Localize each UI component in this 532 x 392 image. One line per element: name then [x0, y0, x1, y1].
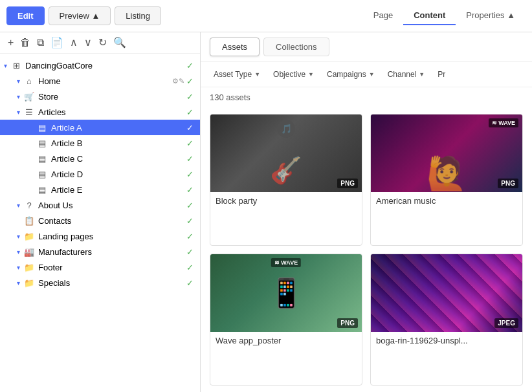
arrow-up-icon[interactable]: ∧: [70, 38, 78, 48]
article-c-icon: ▤: [36, 153, 48, 164]
root-status: ✓: [184, 60, 195, 71]
footer-icon: 📁: [23, 261, 35, 273]
expand-home[interactable]: ▾: [13, 76, 23, 86]
expand-footer[interactable]: ▾: [13, 262, 23, 272]
expand-about-us[interactable]: ▾: [13, 200, 23, 210]
specials-icon: 📁: [23, 277, 35, 289]
asset-card-block-party[interactable]: 🎵 🎸 PNG Block party: [210, 114, 362, 246]
tree-item-about-us[interactable]: ▾ ? About Us ✓: [0, 197, 200, 213]
article-b-status: ✓: [184, 138, 195, 148]
refresh-icon[interactable]: ↻: [98, 38, 107, 48]
asset-count: 130 assets: [201, 87, 532, 107]
asset-card-american-music[interactable]: 🙋 ≋ WAVE PNG American music: [370, 114, 523, 246]
home-icon: ⌂: [23, 75, 35, 87]
filter-channel-label: Channel: [388, 70, 417, 79]
asset-name-boga-rin: boga-rin-119629-unspl...: [371, 332, 522, 349]
article-a-label: Article A: [51, 123, 184, 133]
expand-specials[interactable]: ▾: [13, 278, 23, 288]
filter-pr[interactable]: Pr: [434, 67, 449, 82]
toolbar: + 🗑 ⧉ 📄 ∧ ∨ ↻ 🔍: [0, 32, 200, 54]
expand-manufacturers[interactable]: ▾: [13, 246, 23, 257]
tree-item-specials[interactable]: ▾ 📁 Specials ✓: [0, 275, 200, 290]
contacts-status: ✓: [184, 215, 195, 226]
tree-item-articles[interactable]: ▾ ☰ Articles ✓: [0, 104, 200, 120]
wave-logo-2: ≋ WAVE: [489, 118, 518, 127]
asset-card-wave-poster[interactable]: 📱 ≋ WAVE PNG Wave app_poster: [210, 254, 362, 386]
filter-asset-type-arrow: ▼: [254, 71, 260, 78]
filter-channel[interactable]: Channel ▼: [384, 67, 429, 82]
delete-icon[interactable]: 🗑: [20, 38, 30, 48]
edit-tab[interactable]: Edit: [6, 6, 45, 25]
asset-thumb-boga-rin: JPEG: [371, 254, 522, 332]
store-status: ✓: [184, 91, 195, 102]
about-us-icon: ?: [23, 199, 35, 211]
tree-item-article-c[interactable]: ▤ Article C ✓: [0, 151, 200, 166]
expand-root[interactable]: ▾: [0, 60, 10, 71]
filter-campaigns[interactable]: Campaigns ▼: [323, 67, 379, 82]
expand-landing-pages[interactable]: ▾: [13, 231, 23, 241]
listing-tab[interactable]: Listing: [115, 6, 161, 25]
footer-label: Footer: [38, 263, 184, 272]
tab-assets[interactable]: Assets: [210, 38, 260, 56]
specials-status: ✓: [184, 278, 195, 288]
root-label: DancingGoatCore: [25, 61, 184, 71]
about-us-status: ✓: [184, 200, 195, 210]
articles-status: ✓: [184, 107, 195, 117]
tree-item-store[interactable]: ▾ 🛒 Store ✓: [0, 89, 200, 104]
contacts-icon: 📋: [23, 215, 35, 226]
landing-pages-icon: 📁: [23, 230, 35, 242]
filter-campaigns-arrow: ▼: [369, 71, 375, 78]
asset-badge-2: PNG: [498, 179, 518, 188]
article-c-label: Article C: [51, 154, 184, 164]
tree-item-manufacturers[interactable]: ▾ 🏭 Manufacturers ✓: [0, 244, 200, 259]
about-us-label: About Us: [38, 201, 184, 210]
expand-articles[interactable]: ▾: [13, 107, 23, 117]
article-d-status: ✓: [184, 169, 195, 179]
phone-icon: 📱: [269, 276, 304, 310]
landing-pages-label: Landing pages: [38, 232, 184, 241]
wave-logo-3: ≋ WAVE: [271, 258, 301, 267]
article-b-icon: ▤: [36, 137, 48, 149]
add-icon[interactable]: +: [8, 38, 14, 48]
article-d-label: Article D: [51, 169, 184, 179]
articles-label: Articles: [38, 107, 184, 117]
tab-content[interactable]: Content: [403, 6, 456, 25]
copy-icon[interactable]: ⧉: [37, 38, 44, 48]
filter-objective[interactable]: Objective ▼: [269, 67, 318, 82]
expand-article-a: [26, 122, 36, 133]
asset-name-american-music: American music: [371, 192, 522, 210]
contacts-label: Contacts: [38, 216, 184, 226]
tree-item-root[interactable]: ▾ ⊞ DancingGoatCore ✓: [0, 58, 200, 73]
tree-item-contacts[interactable]: 📋 Contacts ✓: [0, 213, 200, 228]
expand-store[interactable]: ▾: [13, 91, 23, 102]
home-extra-icon: ⚙✎: [172, 77, 184, 85]
asset-card-boga-rin[interactable]: JPEG boga-rin-119629-unspl...: [370, 254, 523, 386]
article-a-status: ✓: [184, 122, 195, 133]
tab-collections[interactable]: Collections: [263, 38, 329, 56]
filter-asset-type[interactable]: Asset Type ▼: [210, 67, 264, 82]
content-tabs-row: Assets Collections: [201, 32, 532, 62]
search-icon[interactable]: 🔍: [113, 38, 126, 48]
tab-page[interactable]: Page: [363, 6, 403, 25]
article-a-icon: ▤: [36, 122, 48, 133]
tree-item-footer[interactable]: ▾ 📁 Footer ✓: [0, 259, 200, 275]
tree-item-article-d[interactable]: ▤ Article D ✓: [0, 166, 200, 182]
arrow-down-icon[interactable]: ∨: [84, 38, 92, 48]
footer-status: ✓: [184, 262, 195, 272]
tree-item-article-a[interactable]: ▤ Article A ✓: [0, 120, 200, 135]
preview-tab[interactable]: Preview ▲: [49, 6, 111, 25]
manufacturers-label: Manufacturers: [38, 247, 184, 257]
asset-name-wave-poster: Wave app_poster: [210, 332, 362, 349]
tree-item-article-b[interactable]: ▤ Article B ✓: [0, 135, 200, 151]
tab-properties[interactable]: Properties ▲: [456, 6, 526, 25]
articles-icon: ☰: [23, 106, 35, 118]
tree-item-article-e[interactable]: ▤ Article E ✓: [0, 182, 200, 197]
page-icon[interactable]: 📄: [50, 38, 63, 48]
music-icon: 🎵: [277, 120, 295, 138]
tree-item-home[interactable]: ▾ ⌂ Home ⚙✎ ✓: [0, 73, 200, 89]
article-b-label: Article B: [51, 138, 184, 148]
store-icon: 🛒: [23, 91, 35, 102]
filter-asset-type-label: Asset Type: [214, 70, 252, 79]
tree-item-landing-pages[interactable]: ▾ 📁 Landing pages ✓: [0, 228, 200, 244]
home-status: ✓: [184, 76, 195, 86]
